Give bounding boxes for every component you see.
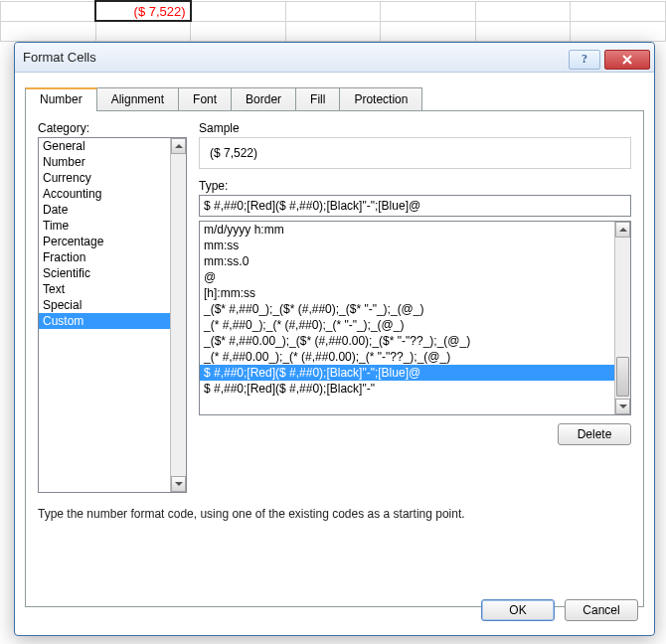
category-item[interactable]: Percentage xyxy=(39,234,186,249)
category-item[interactable]: Special xyxy=(39,297,186,313)
category-item[interactable]: Fraction xyxy=(39,249,186,265)
tab-fill[interactable]: Fill xyxy=(295,87,340,111)
scroll-track[interactable] xyxy=(615,238,630,399)
tab-font[interactable]: Font xyxy=(178,87,232,111)
type-listbox[interactable]: m/d/yyyy h:mm mm:ss mm:ss.0 @ [h]:mm:ss … xyxy=(199,221,631,415)
type-item-selected[interactable]: $ #,##0;[Red]($ #,##0);[Black]"-";[Blue]… xyxy=(200,365,614,381)
close-button[interactable] xyxy=(604,50,650,70)
chevron-up-icon xyxy=(175,142,183,150)
sample-box: ($ 7,522) xyxy=(199,137,631,169)
type-item[interactable]: _(* #,##0_);_(* (#,##0);_(* "-"_);_(@_) xyxy=(200,317,614,333)
category-item-custom[interactable]: Custom xyxy=(39,313,186,329)
dialog-title: Format Cells xyxy=(23,50,569,65)
category-item[interactable]: Currency xyxy=(39,170,186,186)
tab-border[interactable]: Border xyxy=(231,87,296,111)
delete-button[interactable]: Delete xyxy=(558,423,631,445)
ok-button[interactable]: OK xyxy=(481,599,555,621)
scroll-thumb[interactable] xyxy=(616,357,629,397)
category-item[interactable]: General xyxy=(39,138,186,154)
tab-panel-number: Category: General Number Currency Accoun… xyxy=(25,110,644,607)
type-item[interactable]: m/d/yyyy h:mm xyxy=(200,222,614,238)
chevron-down-icon xyxy=(619,402,627,410)
type-item[interactable]: mm:ss.0 xyxy=(200,253,614,269)
category-item[interactable]: Text xyxy=(39,281,186,297)
help-button[interactable]: ? xyxy=(569,50,600,70)
chevron-up-icon xyxy=(619,226,627,234)
type-item[interactable]: _($* #,##0.00_);_($* (#,##0.00);_($* "-"… xyxy=(200,333,614,349)
scrollbar[interactable] xyxy=(614,222,630,414)
category-item[interactable]: Number xyxy=(39,154,186,170)
format-cells-dialog: Format Cells ? Number Alignment Font Bor… xyxy=(14,42,655,636)
hint-text: Type the number format code, using one o… xyxy=(38,507,631,521)
scroll-up-button[interactable] xyxy=(171,138,186,154)
category-listbox[interactable]: General Number Currency Accounting Date … xyxy=(38,137,187,493)
type-item[interactable]: _(* #,##0.00_);_(* (#,##0.00);_(* "-"??_… xyxy=(200,349,614,365)
type-item[interactable]: _($* #,##0_);_($* (#,##0);_($* "-"_);_(@… xyxy=(200,301,614,317)
type-input[interactable] xyxy=(199,195,631,217)
scroll-down-button[interactable] xyxy=(615,399,630,414)
scroll-up-button[interactable] xyxy=(615,222,630,238)
type-item[interactable]: [h]:mm:ss xyxy=(200,285,614,301)
tab-strip: Number Alignment Font Border Fill Protec… xyxy=(25,86,654,110)
category-item[interactable]: Accounting xyxy=(39,186,186,202)
cancel-button[interactable]: Cancel xyxy=(565,599,638,621)
category-item[interactable]: Scientific xyxy=(39,265,186,281)
sample-value: ($ 7,522) xyxy=(210,146,257,160)
tab-alignment[interactable]: Alignment xyxy=(96,87,179,111)
help-icon: ? xyxy=(582,52,587,67)
tab-protection[interactable]: Protection xyxy=(339,87,422,111)
sample-label: Sample xyxy=(199,121,631,135)
type-label: Type: xyxy=(199,179,631,193)
category-item[interactable]: Time xyxy=(39,218,186,234)
active-cell[interactable]: ($ 7,522) xyxy=(95,1,191,21)
titlebar[interactable]: Format Cells ? xyxy=(15,43,654,73)
close-icon xyxy=(622,55,632,65)
tab-number[interactable]: Number xyxy=(25,87,97,111)
chevron-down-icon xyxy=(175,480,183,488)
type-item[interactable]: $ #,##0;[Red]($ #,##0);[Black]"-" xyxy=(200,381,614,397)
type-item[interactable]: mm:ss xyxy=(200,238,614,253)
scrollbar[interactable] xyxy=(170,138,186,492)
category-label: Category: xyxy=(38,121,187,135)
category-item[interactable]: Date xyxy=(39,202,186,218)
type-item[interactable]: @ xyxy=(200,269,614,285)
scroll-down-button[interactable] xyxy=(171,476,186,492)
scroll-track[interactable] xyxy=(171,154,186,476)
